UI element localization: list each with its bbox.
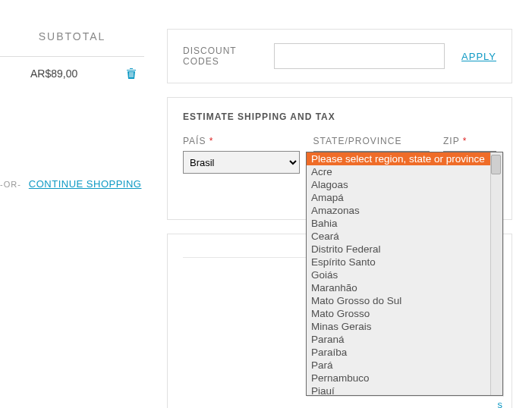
multiple-addresses-link-partial[interactable]: s xyxy=(498,399,503,408)
delete-icon[interactable] xyxy=(126,67,137,80)
state-option[interactable]: Bahia xyxy=(307,217,502,230)
state-option[interactable]: Amapá xyxy=(307,191,502,204)
discount-input[interactable] xyxy=(274,43,445,69)
scrollbar-thumb[interactable] xyxy=(491,155,501,174)
state-option[interactable]: Pernambuco xyxy=(307,372,502,384)
state-option[interactable]: Pará xyxy=(307,359,502,372)
state-option[interactable]: Amazonas xyxy=(307,204,502,217)
subtotal-price: AR$89,00 xyxy=(30,67,77,80)
state-option[interactable]: Goiás xyxy=(307,268,502,281)
state-option[interactable]: Alagoas xyxy=(307,178,502,191)
country-label: PAÍS * xyxy=(183,136,300,146)
scrollbar-track[interactable] xyxy=(490,152,502,395)
state-option[interactable]: Acre xyxy=(307,165,502,178)
state-option[interactable]: Distrito Federal xyxy=(307,243,502,256)
state-option[interactable]: Piauí xyxy=(307,384,502,395)
state-option[interactable]: Please select region, state or province xyxy=(307,152,502,165)
apply-button[interactable]: APPLY xyxy=(461,51,496,62)
country-select[interactable]: Brasil xyxy=(183,151,300,174)
zip-label: ZIP * xyxy=(443,136,496,146)
state-option[interactable]: Paraná xyxy=(307,333,502,346)
sidebar: SUBTOTAL AR$89,00 -OR- CONTINUE SHOPPING xyxy=(0,23,144,190)
state-dropdown-listbox[interactable]: Please select region, state or provinceA… xyxy=(306,152,503,396)
state-option[interactable]: Mato Grosso xyxy=(307,307,502,320)
continue-shopping-link[interactable]: CONTINUE SHOPPING xyxy=(29,178,142,190)
state-option[interactable]: Paraíba xyxy=(307,346,502,359)
state-option[interactable]: Maranhão xyxy=(307,281,502,294)
subtotal-row: AR$89,00 xyxy=(0,57,144,80)
continue-shopping-row: -OR- CONTINUE SHOPPING xyxy=(0,178,144,190)
state-option[interactable]: Espírito Santo xyxy=(307,256,502,268)
discount-codes-box: DISCOUNT CODES APPLY xyxy=(167,29,512,83)
state-option[interactable]: Ceará xyxy=(307,230,502,243)
state-label: STATE/PROVINCE xyxy=(313,136,430,146)
subtotal-label: SUBTOTAL xyxy=(0,23,144,56)
or-label: -OR- xyxy=(0,180,21,189)
state-option[interactable]: Mato Grosso do Sul xyxy=(307,294,502,307)
country-field: PAÍS * Brasil xyxy=(183,136,300,174)
estimate-title: ESTIMATE SHIPPING AND TAX xyxy=(183,111,496,122)
state-option[interactable]: Minas Gerais xyxy=(307,320,502,333)
discount-label: DISCOUNT CODES xyxy=(183,46,274,67)
